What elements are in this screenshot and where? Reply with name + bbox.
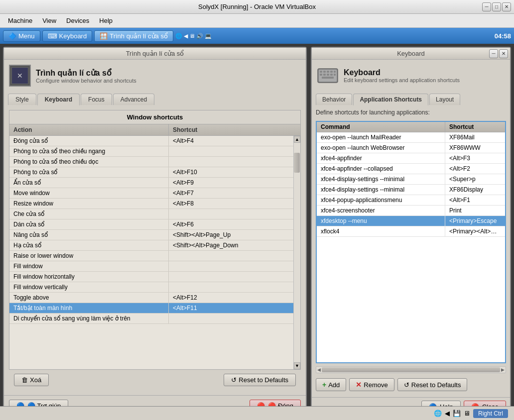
taskbar-window-manager[interactable]: 🪟 Trình quản lí cửa sổ <box>94 30 173 42</box>
scroll-left-button[interactable]: ◀ <box>317 367 321 372</box>
minimize-button[interactable]: ─ <box>482 2 491 11</box>
right-panel-controls: ─ ✕ <box>489 49 508 58</box>
reset-defaults-button[interactable]: ↺ Reset to Defaults <box>224 374 296 386</box>
remove-button[interactable]: ✕ Remove <box>349 378 394 391</box>
scroll-up-button[interactable]: ▲ <box>294 136 300 143</box>
left-panel: Trình quản lí cửa sổ Trình quản lí cửa s… <box>3 47 307 417</box>
sl-row-selected[interactable]: xfdesktop --menu<Primary>Escape <box>317 216 505 226</box>
table-row[interactable]: Phóng to cửa sổ theo chiều ngang <box>9 146 293 157</box>
svg-rect-7 <box>320 74 322 76</box>
scroll-right-button[interactable]: ▶ <box>501 367 505 372</box>
status-icon-1: 🌐 <box>434 410 442 417</box>
menu-devices[interactable]: Devices <box>62 15 93 26</box>
svg-rect-10 <box>330 74 333 76</box>
title-bar-text: SolydX [Running] - Oracle VM VirtualBox <box>198 3 316 10</box>
table-row[interactable]: Đóng cửa sổ<Alt>F4 <box>9 136 293 146</box>
table-row[interactable]: Ẩn cửa sổ<Alt>F9 <box>9 178 293 188</box>
shortcuts-section: Window shortcuts Action Shortcut Đóng cử… <box>9 110 301 370</box>
svg-rect-9 <box>327 74 329 76</box>
table-row[interactable]: Phóng to cửa sổ<Alt>F10 <box>9 167 293 178</box>
sl-row[interactable]: exo-open --launch MailReaderXF86Mail <box>317 132 505 143</box>
svg-rect-11 <box>334 74 336 76</box>
table-row[interactable]: Fill window <box>9 261 293 272</box>
table-row[interactable]: Phóng to cửa sổ theo chiều dọc <box>9 157 293 167</box>
taskbar-menu[interactable]: 🔷 Menu <box>3 30 40 42</box>
reset-icon-right: ↺ <box>404 381 409 389</box>
wm-icon <box>9 65 31 87</box>
table-row[interactable]: Dán cửa sổ<Alt>F6 <box>9 219 293 230</box>
table-row[interactable]: Toggle above<Alt>F12 <box>9 293 293 303</box>
reset-defaults-button-right[interactable]: ↺ Reset to Defaults <box>397 378 468 391</box>
col-action: Action <box>9 124 169 135</box>
menu-view[interactable]: View <box>38 15 60 26</box>
delete-button[interactable]: 🗑 Xoá <box>14 374 49 386</box>
sl-row[interactable]: xfce4-display-settings --minimal<Super>p <box>317 174 505 185</box>
table-row[interactable]: Hạ cửa sổ<Shift><Alt>Page_Down <box>9 240 293 251</box>
svg-rect-5 <box>330 71 333 73</box>
sl-col-shortcut: Shortcut <box>445 122 505 132</box>
menu-bar: Machine View Devices Help <box>0 14 514 28</box>
svg-rect-4 <box>327 71 329 73</box>
right-panel-close[interactable]: ✕ <box>499 49 508 58</box>
table-row[interactable]: Fill window horizontally <box>9 272 293 282</box>
taskbar: 🔷 Menu ⌨ Keyboard 🪟 Trình quản lí cửa sổ… <box>0 28 514 44</box>
right-content: Define shortcuts for launching applicati… <box>312 105 510 397</box>
taskbar-tray: 🌐 ◀ 🖥 🔊 💻 <box>175 33 212 39</box>
menu-machine[interactable]: Machine <box>4 15 36 26</box>
keyboard-svg <box>317 65 339 87</box>
tab-behavior[interactable]: Behavior <box>316 94 352 105</box>
table-row[interactable]: Resize window<Alt>F8 <box>9 199 293 209</box>
add-button[interactable]: + Add <box>316 378 346 391</box>
left-panel-titlebar: Trình quản lí cửa sổ <box>4 48 306 60</box>
tab-keyboard[interactable]: Keyboard <box>37 94 80 105</box>
right-panel-title-area: Keyboard Edit keyboard settings and appl… <box>344 68 460 83</box>
scroll-thumb-h[interactable] <box>322 367 500 372</box>
table-row[interactable]: Move window<Alt>F7 <box>9 188 293 199</box>
minus-icon: ✕ <box>356 381 362 389</box>
close-button[interactable]: ✕ <box>502 2 511 11</box>
table-row[interactable]: Fill window vertically <box>9 282 293 293</box>
reset-icon: ↺ <box>231 376 237 384</box>
taskbar-clock: 04:58 <box>495 32 511 40</box>
table-body: Đóng cửa sổ<Alt>F4 Phóng to cửa sổ theo … <box>9 136 293 369</box>
panel-title: Trình quản lí cửa sổ <box>36 68 136 78</box>
horizontal-scrollbar[interactable]: ◀ ▶ <box>316 366 506 373</box>
tab-advanced[interactable]: Advanced <box>113 94 154 105</box>
status-bar-content: 🌐 ◀ 💾 🖥 Right Ctrl <box>434 409 508 418</box>
table-row[interactable]: Nâng cửa sổ<Shift><Alt>Page_Up <box>9 230 293 240</box>
svg-rect-8 <box>323 74 326 76</box>
sl-row[interactable]: xfce4-screenshooterPrint <box>317 206 505 216</box>
right-panel-titlebar: Keyboard ─ ✕ <box>312 48 510 60</box>
tab-focus[interactable]: Focus <box>81 94 112 105</box>
status-bar: 🌐 ◀ 💾 🖥 Right Ctrl <box>0 406 514 420</box>
shortcuts-title: Window shortcuts <box>9 110 300 124</box>
right-panel-min[interactable]: ─ <box>489 49 498 58</box>
menu-help[interactable]: Help <box>95 15 117 26</box>
shortcuts-list: Command Shortcut exo-open --launch MailR… <box>316 121 506 363</box>
panel-subtitle: Configure window behavior and shortcuts <box>36 78 136 84</box>
tab-app-shortcuts[interactable]: Application Shortcuts <box>353 94 428 105</box>
sl-row[interactable]: xfce4-popup-applicationsmenu<Alt>F1 <box>317 195 505 206</box>
tab-layout[interactable]: Layout <box>429 94 460 105</box>
sl-row[interactable]: xflock4<Primary><Alt>Dele <box>317 226 505 237</box>
tab-style[interactable]: Style <box>8 94 36 105</box>
table-row[interactable]: Che cửa sổ <box>9 209 293 219</box>
sl-row[interactable]: exo-open --launch WebBrowserXF86WWW <box>317 143 505 153</box>
scroll-down-button[interactable]: ▼ <box>294 362 300 369</box>
table-row-selected[interactable]: Tắt/bật toàn màn hình<Alt>F11 <box>9 303 293 314</box>
right-tabs: Behavior Application Shortcuts Layout <box>312 92 510 105</box>
plus-icon: + <box>322 381 326 389</box>
vertical-scrollbar[interactable]: ▲ ▼ <box>293 136 300 369</box>
sl-row[interactable]: xfce4-appfinder<Alt>F3 <box>317 153 505 164</box>
sl-row[interactable]: xfce4-appfinder --collapsed<Alt>F2 <box>317 164 505 174</box>
taskbar-wm-label: Trình quản lí cửa sổ <box>110 32 168 40</box>
table-row[interactable]: Raise or lower window <box>9 251 293 261</box>
sl-row[interactable]: xfce4-display-settings --minimalXF86Disp… <box>317 185 505 195</box>
left-panel-header: Trình quản lí cửa sổ Configure window be… <box>4 60 306 92</box>
right-btn-row: + Add ✕ Remove ↺ Reset to Defaults <box>316 376 506 393</box>
scroll-thumb[interactable] <box>294 153 300 173</box>
table-row[interactable]: Di chuyển cửa sổ sang vùng làm việc ở tr… <box>9 314 293 324</box>
taskbar-keyboard[interactable]: ⌨ Keyboard <box>42 30 93 42</box>
maximize-button[interactable]: □ <box>492 2 501 11</box>
delete-icon: 🗑 <box>21 376 28 384</box>
